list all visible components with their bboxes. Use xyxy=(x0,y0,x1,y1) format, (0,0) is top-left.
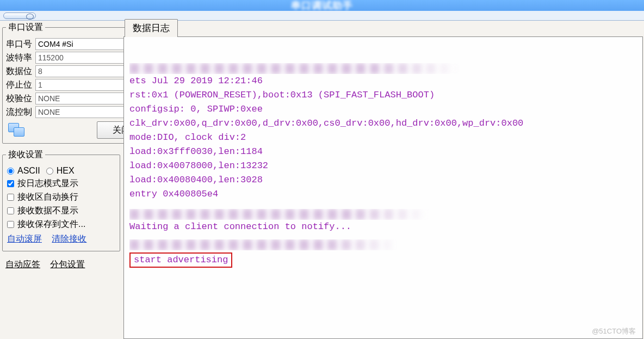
hex-radio[interactable] xyxy=(46,168,53,175)
toolbar xyxy=(0,11,644,21)
hide-recv-label: 接收数据不显示 xyxy=(17,205,78,217)
log-line: load:0x40080400,len:3028 xyxy=(129,173,637,187)
stopbits-input[interactable] xyxy=(36,79,135,90)
log-line: mode:DIO, clock div:2 xyxy=(129,131,637,145)
baud-input[interactable] xyxy=(36,52,135,63)
log-mode-label: 按日志模式显示 xyxy=(17,178,78,189)
connection-icon[interactable] xyxy=(6,122,27,138)
port-settings-legend: 串口设置 xyxy=(6,22,45,33)
left-sidebar: 串口设置 串口号 波特率 数据位 xyxy=(0,21,122,339)
log-line: load:0x3fff0030,len:1184 xyxy=(129,145,637,159)
log-output[interactable]: ets Jul 29 2019 12:21:46 rst:0x1 (POWERO… xyxy=(123,37,643,339)
log-line: load:0x40078000,len:13232 xyxy=(129,159,637,173)
auto-wrap-check[interactable] xyxy=(7,194,14,201)
save-file-label: 接收保存到文件... xyxy=(17,219,85,230)
hide-recv-check[interactable] xyxy=(7,207,14,214)
toolbar-widget[interactable] xyxy=(3,13,36,19)
hex-label: HEX xyxy=(57,166,75,176)
tab-strip: 数据日志 xyxy=(123,21,643,37)
redacted-line xyxy=(129,239,412,250)
log-line: clk_drv:0x00,q_drv:0x00,d_drv:0x00,cs0_d… xyxy=(129,116,637,131)
databits-label: 数据位 xyxy=(6,66,35,77)
flow-label: 流控制 xyxy=(6,107,35,118)
save-file-check[interactable] xyxy=(7,221,14,228)
log-line: ets Jul 29 2019 12:21:46 xyxy=(129,74,637,88)
ascii-radio[interactable] xyxy=(7,168,14,175)
auto-wrap-label: 接收区自动换行 xyxy=(17,192,78,203)
auto-scroll-link[interactable]: 自动滚屏 xyxy=(7,234,42,243)
redacted-line xyxy=(129,209,445,220)
stopbits-label: 停止位 xyxy=(6,79,35,91)
parity-label: 校验位 xyxy=(6,93,35,104)
databits-input[interactable] xyxy=(36,66,135,77)
window-title: 串口调试助手 xyxy=(291,0,353,11)
highlight-advertising: start advertising xyxy=(129,252,232,268)
watermark: @51CTO博客 xyxy=(592,326,636,336)
auto-reply-button[interactable]: 自动应答 xyxy=(5,260,40,269)
log-line: configsip: 0, SPIWP:0xee xyxy=(129,102,637,116)
log-mode-check[interactable] xyxy=(7,180,14,187)
baud-label: 波特率 xyxy=(6,52,35,64)
recv-settings-group: 接收设置 ASCII HEX 按日志模式显示 接收区自动换行 xyxy=(2,149,120,251)
log-advertising-line: start advertising xyxy=(134,255,228,265)
port-label: 串口号 xyxy=(6,39,35,50)
tab-data-log[interactable]: 数据日志 xyxy=(125,19,178,37)
log-waiting-line: Waiting a client connection to notify... xyxy=(129,220,637,234)
ascii-label: ASCII xyxy=(17,166,40,176)
port-input[interactable] xyxy=(36,39,135,50)
parity-input[interactable] xyxy=(36,93,135,104)
redacted-line xyxy=(129,63,478,74)
clear-recv-link[interactable]: 清除接收 xyxy=(52,234,86,243)
log-line: entry 0x400805e4 xyxy=(129,187,637,201)
window-title-bar: 串口调试助手 xyxy=(0,0,644,11)
flow-input[interactable] xyxy=(36,107,135,118)
log-line: rst:0x1 (POWERON_RESET),boot:0x13 (SPI_F… xyxy=(129,88,637,102)
packet-settings-button[interactable]: 分包设置 xyxy=(50,260,85,269)
recv-settings-legend: 接收设置 xyxy=(6,149,45,161)
